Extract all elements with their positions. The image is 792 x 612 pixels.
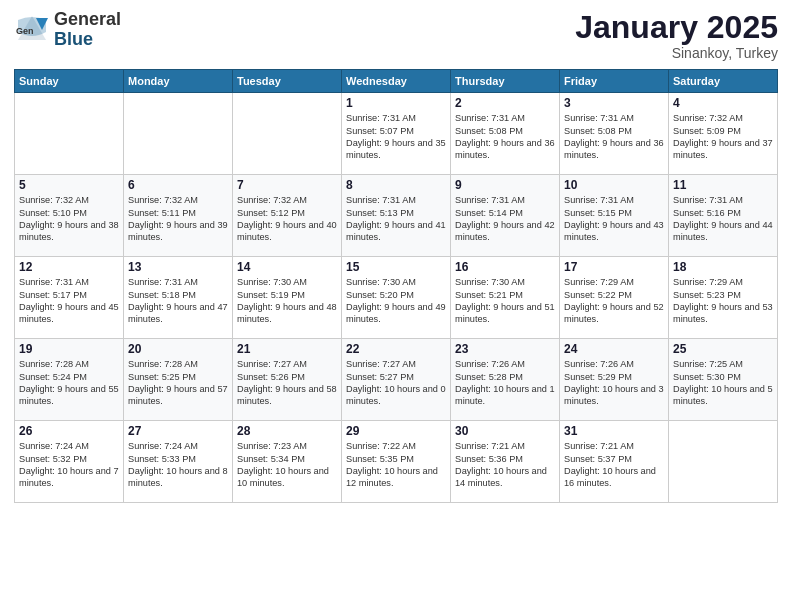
day-number: 3 (564, 96, 664, 110)
day-number: 1 (346, 96, 446, 110)
day-number: 31 (564, 424, 664, 438)
table-row: 29Sunrise: 7:22 AM Sunset: 5:35 PM Dayli… (342, 421, 451, 503)
day-info: Sunrise: 7:29 AM Sunset: 5:23 PM Dayligh… (673, 276, 773, 326)
table-row: 19Sunrise: 7:28 AM Sunset: 5:24 PM Dayli… (15, 339, 124, 421)
day-info: Sunrise: 7:21 AM Sunset: 5:36 PM Dayligh… (455, 440, 555, 490)
day-number: 30 (455, 424, 555, 438)
day-number: 14 (237, 260, 337, 274)
logo-text: General Blue (54, 10, 121, 50)
table-row: 7Sunrise: 7:32 AM Sunset: 5:12 PM Daylig… (233, 175, 342, 257)
table-row: 9Sunrise: 7:31 AM Sunset: 5:14 PM Daylig… (451, 175, 560, 257)
table-row: 27Sunrise: 7:24 AM Sunset: 5:33 PM Dayli… (124, 421, 233, 503)
day-info: Sunrise: 7:24 AM Sunset: 5:33 PM Dayligh… (128, 440, 228, 490)
calendar-header-row: Sunday Monday Tuesday Wednesday Thursday… (15, 70, 778, 93)
table-row: 4Sunrise: 7:32 AM Sunset: 5:09 PM Daylig… (669, 93, 778, 175)
table-row: 16Sunrise: 7:30 AM Sunset: 5:21 PM Dayli… (451, 257, 560, 339)
month-title: January 2025 (575, 10, 778, 45)
day-info: Sunrise: 7:21 AM Sunset: 5:37 PM Dayligh… (564, 440, 664, 490)
table-row: 23Sunrise: 7:26 AM Sunset: 5:28 PM Dayli… (451, 339, 560, 421)
day-number: 15 (346, 260, 446, 274)
header-wednesday: Wednesday (342, 70, 451, 93)
svg-text:Gen: Gen (16, 26, 34, 36)
day-info: Sunrise: 7:26 AM Sunset: 5:29 PM Dayligh… (564, 358, 664, 408)
logo-general: General (54, 10, 121, 30)
day-number: 26 (19, 424, 119, 438)
page: Gen General Blue January 2025 Sinankoy, … (0, 0, 792, 612)
table-row: 12Sunrise: 7:31 AM Sunset: 5:17 PM Dayli… (15, 257, 124, 339)
header-friday: Friday (560, 70, 669, 93)
table-row (124, 93, 233, 175)
table-row: 5Sunrise: 7:32 AM Sunset: 5:10 PM Daylig… (15, 175, 124, 257)
table-row (669, 421, 778, 503)
table-row: 28Sunrise: 7:23 AM Sunset: 5:34 PM Dayli… (233, 421, 342, 503)
header-saturday: Saturday (669, 70, 778, 93)
day-info: Sunrise: 7:32 AM Sunset: 5:12 PM Dayligh… (237, 194, 337, 244)
day-info: Sunrise: 7:24 AM Sunset: 5:32 PM Dayligh… (19, 440, 119, 490)
day-number: 22 (346, 342, 446, 356)
header-thursday: Thursday (451, 70, 560, 93)
day-number: 24 (564, 342, 664, 356)
day-info: Sunrise: 7:31 AM Sunset: 5:13 PM Dayligh… (346, 194, 446, 244)
table-row: 20Sunrise: 7:28 AM Sunset: 5:25 PM Dayli… (124, 339, 233, 421)
day-info: Sunrise: 7:30 AM Sunset: 5:19 PM Dayligh… (237, 276, 337, 326)
day-number: 19 (19, 342, 119, 356)
header: Gen General Blue January 2025 Sinankoy, … (14, 10, 778, 61)
table-row (233, 93, 342, 175)
day-number: 4 (673, 96, 773, 110)
table-row (15, 93, 124, 175)
table-row: 8Sunrise: 7:31 AM Sunset: 5:13 PM Daylig… (342, 175, 451, 257)
location-subtitle: Sinankoy, Turkey (575, 45, 778, 61)
day-number: 8 (346, 178, 446, 192)
table-row: 10Sunrise: 7:31 AM Sunset: 5:15 PM Dayli… (560, 175, 669, 257)
day-number: 29 (346, 424, 446, 438)
day-info: Sunrise: 7:22 AM Sunset: 5:35 PM Dayligh… (346, 440, 446, 490)
calendar-week-5: 26Sunrise: 7:24 AM Sunset: 5:32 PM Dayli… (15, 421, 778, 503)
table-row: 24Sunrise: 7:26 AM Sunset: 5:29 PM Dayli… (560, 339, 669, 421)
day-info: Sunrise: 7:32 AM Sunset: 5:10 PM Dayligh… (19, 194, 119, 244)
day-number: 2 (455, 96, 555, 110)
day-number: 23 (455, 342, 555, 356)
table-row: 2Sunrise: 7:31 AM Sunset: 5:08 PM Daylig… (451, 93, 560, 175)
logo-icon: Gen (14, 12, 50, 48)
day-number: 11 (673, 178, 773, 192)
day-info: Sunrise: 7:30 AM Sunset: 5:21 PM Dayligh… (455, 276, 555, 326)
day-info: Sunrise: 7:26 AM Sunset: 5:28 PM Dayligh… (455, 358, 555, 408)
day-number: 28 (237, 424, 337, 438)
header-sunday: Sunday (15, 70, 124, 93)
day-info: Sunrise: 7:30 AM Sunset: 5:20 PM Dayligh… (346, 276, 446, 326)
day-number: 20 (128, 342, 228, 356)
day-info: Sunrise: 7:31 AM Sunset: 5:15 PM Dayligh… (564, 194, 664, 244)
day-number: 5 (19, 178, 119, 192)
day-number: 25 (673, 342, 773, 356)
day-info: Sunrise: 7:31 AM Sunset: 5:18 PM Dayligh… (128, 276, 228, 326)
table-row: 3Sunrise: 7:31 AM Sunset: 5:08 PM Daylig… (560, 93, 669, 175)
day-number: 16 (455, 260, 555, 274)
calendar-week-3: 12Sunrise: 7:31 AM Sunset: 5:17 PM Dayli… (15, 257, 778, 339)
day-info: Sunrise: 7:31 AM Sunset: 5:08 PM Dayligh… (564, 112, 664, 162)
table-row: 21Sunrise: 7:27 AM Sunset: 5:26 PM Dayli… (233, 339, 342, 421)
day-info: Sunrise: 7:23 AM Sunset: 5:34 PM Dayligh… (237, 440, 337, 490)
table-row: 25Sunrise: 7:25 AM Sunset: 5:30 PM Dayli… (669, 339, 778, 421)
calendar-week-1: 1Sunrise: 7:31 AM Sunset: 5:07 PM Daylig… (15, 93, 778, 175)
calendar-table: Sunday Monday Tuesday Wednesday Thursday… (14, 69, 778, 503)
table-row: 18Sunrise: 7:29 AM Sunset: 5:23 PM Dayli… (669, 257, 778, 339)
table-row: 30Sunrise: 7:21 AM Sunset: 5:36 PM Dayli… (451, 421, 560, 503)
day-number: 9 (455, 178, 555, 192)
day-info: Sunrise: 7:27 AM Sunset: 5:26 PM Dayligh… (237, 358, 337, 408)
table-row: 31Sunrise: 7:21 AM Sunset: 5:37 PM Dayli… (560, 421, 669, 503)
day-info: Sunrise: 7:28 AM Sunset: 5:25 PM Dayligh… (128, 358, 228, 408)
table-row: 22Sunrise: 7:27 AM Sunset: 5:27 PM Dayli… (342, 339, 451, 421)
header-tuesday: Tuesday (233, 70, 342, 93)
title-area: January 2025 Sinankoy, Turkey (575, 10, 778, 61)
day-info: Sunrise: 7:28 AM Sunset: 5:24 PM Dayligh… (19, 358, 119, 408)
day-info: Sunrise: 7:27 AM Sunset: 5:27 PM Dayligh… (346, 358, 446, 408)
day-number: 21 (237, 342, 337, 356)
day-info: Sunrise: 7:25 AM Sunset: 5:30 PM Dayligh… (673, 358, 773, 408)
day-info: Sunrise: 7:32 AM Sunset: 5:11 PM Dayligh… (128, 194, 228, 244)
table-row: 26Sunrise: 7:24 AM Sunset: 5:32 PM Dayli… (15, 421, 124, 503)
table-row: 6Sunrise: 7:32 AM Sunset: 5:11 PM Daylig… (124, 175, 233, 257)
day-info: Sunrise: 7:31 AM Sunset: 5:17 PM Dayligh… (19, 276, 119, 326)
day-info: Sunrise: 7:29 AM Sunset: 5:22 PM Dayligh… (564, 276, 664, 326)
calendar-week-4: 19Sunrise: 7:28 AM Sunset: 5:24 PM Dayli… (15, 339, 778, 421)
day-info: Sunrise: 7:31 AM Sunset: 5:14 PM Dayligh… (455, 194, 555, 244)
